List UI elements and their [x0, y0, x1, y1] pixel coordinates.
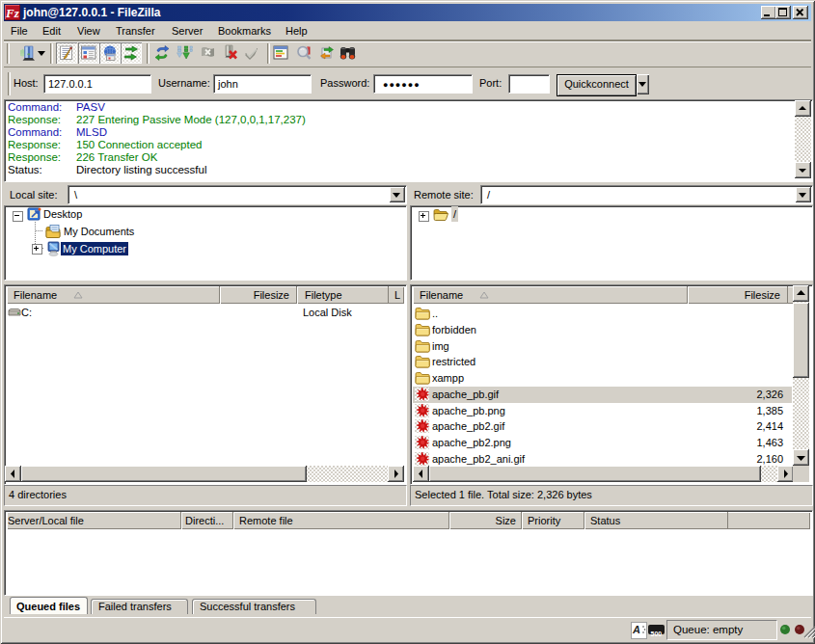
svg-text:Fz: Fz: [5, 6, 20, 20]
svg-text:A: A: [632, 624, 640, 635]
svg-text:500: 500: [651, 631, 663, 637]
